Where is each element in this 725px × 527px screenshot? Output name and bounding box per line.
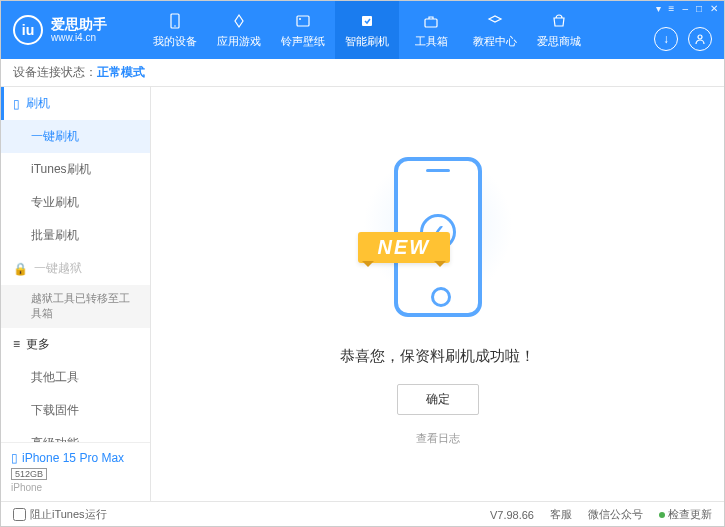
green-dot-icon [659,512,665,518]
nav-label: 爱思商城 [537,34,581,49]
svg-rect-2 [297,16,309,26]
block-itunes-checkbox[interactable]: 阻止iTunes运行 [13,507,107,522]
user-button[interactable] [688,27,712,51]
top-nav: 我的设备 应用游戏 铃声壁纸 智能刷机 工具箱 教程中心 爱思商城 [143,1,591,59]
lock-icon: 🔒 [13,262,28,276]
window-controls: ▾ ≡ – □ ✕ [656,3,718,14]
sidebar-item-advanced[interactable]: 高级功能 [1,427,150,442]
phone-small-icon: ▯ [13,97,20,111]
device-storage: 512GB [11,468,47,480]
phone-icon [166,12,184,30]
svg-rect-4 [362,16,372,26]
footer-support[interactable]: 客服 [550,507,572,522]
sidebar-item-batch[interactable]: 批量刷机 [1,219,150,252]
apps-icon [230,12,248,30]
nav-label: 我的设备 [153,34,197,49]
footer-right: V7.98.66 客服 微信公众号 检查更新 [490,507,712,522]
sidebar-item-pro[interactable]: 专业刷机 [1,186,150,219]
app-name: 爱思助手 [51,16,107,33]
app-body: ▯ 刷机 一键刷机 iTunes刷机 专业刷机 批量刷机 🔒 一键越狱 越狱工具… [1,87,724,501]
block-itunes-label: 阻止iTunes运行 [30,507,107,522]
skin-icon[interactable]: ▾ [656,3,661,14]
device-name[interactable]: ▯ iPhone 15 Pro Max [11,451,140,465]
group-label: 刷机 [26,95,50,112]
svg-rect-5 [425,19,437,27]
device-name-text: iPhone 15 Pro Max [22,451,124,465]
checkbox-input[interactable] [13,508,26,521]
nav-my-device[interactable]: 我的设备 [143,1,207,59]
main-content: ✓ NEW 恭喜您，保资料刷机成功啦！ 确定 查看日志 [151,87,724,501]
nav-label: 铃声壁纸 [281,34,325,49]
device-info: ▯ iPhone 15 Pro Max 512GB iPhone [1,442,150,501]
version-label: V7.98.66 [490,509,534,521]
group-label: 更多 [26,336,50,353]
download-button[interactable]: ↓ [654,27,678,51]
minimize-icon[interactable]: – [682,3,688,14]
nav-apps[interactable]: 应用游戏 [207,1,271,59]
sidebar-item-itunes[interactable]: iTunes刷机 [1,153,150,186]
status-mode: 正常模式 [97,64,145,81]
nav-tutorials[interactable]: 教程中心 [463,1,527,59]
sidebar-item-download[interactable]: 下载固件 [1,394,150,427]
toolbox-icon [422,12,440,30]
list-icon: ≡ [13,337,20,351]
success-message: 恭喜您，保资料刷机成功啦！ [340,347,535,366]
sidebar-group-flash[interactable]: ▯ 刷机 [1,87,150,120]
image-icon [294,12,312,30]
sidebar-list: ▯ 刷机 一键刷机 iTunes刷机 专业刷机 批量刷机 🔒 一键越狱 越狱工具… [1,87,150,442]
svg-point-1 [174,25,176,27]
success-illustration: ✓ NEW [358,142,518,332]
logo-icon: iu [13,15,43,45]
nav-flash[interactable]: 智能刷机 [335,1,399,59]
nav-ringtones[interactable]: 铃声壁纸 [271,1,335,59]
footer-left: 阻止iTunes运行 [13,507,107,522]
nav-label: 工具箱 [415,34,448,49]
nav-label: 教程中心 [473,34,517,49]
new-ribbon: NEW [358,232,451,263]
close-icon[interactable]: ✕ [710,3,718,14]
footer-update[interactable]: 检查更新 [659,507,712,522]
status-label: 设备连接状态： [13,64,97,81]
header-right: ↓ [654,27,712,51]
flash-icon [358,12,376,30]
nav-label: 智能刷机 [345,34,389,49]
sidebar-group-jailbreak: 🔒 一键越狱 [1,252,150,285]
group-label: 一键越狱 [34,260,82,277]
sidebar-item-other[interactable]: 其他工具 [1,361,150,394]
footer: 阻止iTunes运行 V7.98.66 客服 微信公众号 检查更新 [1,501,724,527]
app-url: www.i4.cn [51,32,107,44]
sidebar: ▯ 刷机 一键刷机 iTunes刷机 专业刷机 批量刷机 🔒 一键越狱 越狱工具… [1,87,151,501]
view-log-link[interactable]: 查看日志 [416,431,460,446]
ok-button[interactable]: 确定 [397,384,479,415]
logo-text: 爱思助手 www.i4.cn [51,16,107,45]
footer-wechat[interactable]: 微信公众号 [588,507,643,522]
jailbreak-note: 越狱工具已转移至工具箱 [1,285,150,328]
maximize-icon[interactable]: □ [696,3,702,14]
svg-point-3 [299,18,301,20]
status-bar: 设备连接状态： 正常模式 [1,59,724,87]
svg-point-6 [698,35,702,39]
nav-toolbox[interactable]: 工具箱 [399,1,463,59]
hat-icon [486,12,504,30]
app-header: iu 爱思助手 www.i4.cn 我的设备 应用游戏 铃声壁纸 智能刷机 工具… [1,1,724,59]
sidebar-item-oneclick[interactable]: 一键刷机 [1,120,150,153]
store-icon [550,12,568,30]
sidebar-group-more[interactable]: ≡ 更多 [1,328,150,361]
nav-store[interactable]: 爱思商城 [527,1,591,59]
device-type: iPhone [11,482,140,493]
logo-area: iu 爱思助手 www.i4.cn [13,15,143,45]
menu-icon[interactable]: ≡ [669,3,675,14]
nav-label: 应用游戏 [217,34,261,49]
update-label: 检查更新 [668,508,712,520]
phone-tiny-icon: ▯ [11,451,18,465]
